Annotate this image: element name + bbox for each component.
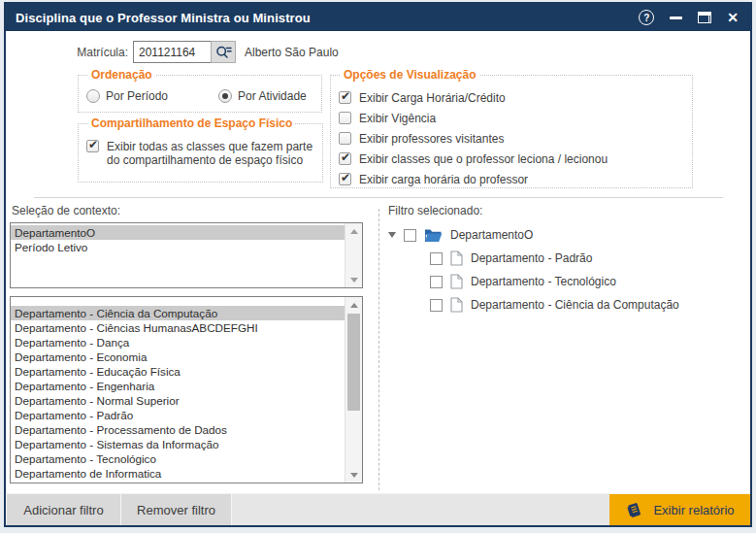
tree-child-checkbox[interactable] bbox=[430, 252, 443, 265]
department-scrollbar[interactable] bbox=[345, 297, 362, 483]
list-item[interactable]: Departamento - Tecnológico bbox=[11, 451, 345, 466]
context-scrollbar[interactable] bbox=[345, 223, 362, 287]
checkbox-label: Exibir Vigência bbox=[359, 112, 436, 125]
list-item[interactable]: Departamento - Ciência da Computação bbox=[11, 306, 345, 320]
list-item[interactable]: Departamento de Informatica bbox=[11, 466, 345, 481]
matricula-label: Matrícula: bbox=[6, 46, 128, 59]
radio-option-selected[interactable]: Por Atividade bbox=[218, 89, 307, 103]
tree-child-label: Departamento - Padrão bbox=[471, 251, 592, 265]
list-item[interactable]: Departamento - Ciências HumanasABCDEFGHI bbox=[11, 320, 345, 335]
tree-children: Departamento - PadrãoDepartamento - Tecn… bbox=[388, 247, 679, 316]
dialog-body: Matrícula: Alberto São Paulo Ordenação P… bbox=[6, 31, 750, 525]
dialog-window: Disciplina que o Professor Ministra ou M… bbox=[4, 2, 752, 527]
tree-child-checkbox[interactable] bbox=[430, 299, 443, 312]
document-icon bbox=[450, 297, 463, 313]
list-item[interactable]: DepartamentoO bbox=[11, 225, 345, 240]
visual-option-row[interactable]: Exibir professores visitantes bbox=[339, 128, 684, 149]
filter-tree: DepartamentoO Departamento - PadrãoDepar… bbox=[388, 223, 679, 316]
radio-icon[interactable] bbox=[218, 89, 232, 103]
titlebar[interactable]: Disciplina que o Professor Ministra ou M… bbox=[6, 4, 750, 31]
compartilhamento-checkbox[interactable] bbox=[86, 140, 99, 152]
list-item[interactable]: Departamento - Educação Física bbox=[11, 364, 345, 379]
checkbox-icon[interactable] bbox=[339, 173, 351, 185]
maximize-glyph bbox=[698, 12, 711, 23]
visual-option-row[interactable]: Exibir classes que o professor leciona /… bbox=[339, 149, 684, 169]
scroll-down-icon[interactable] bbox=[345, 272, 362, 287]
radio-icon[interactable] bbox=[86, 89, 100, 103]
checkbox-icon[interactable] bbox=[339, 91, 351, 104]
exibir-relatorio-button[interactable]: Exibir relatório bbox=[609, 494, 750, 525]
selecao-contexto-label: Seleção de contexto: bbox=[12, 204, 120, 217]
department-listbox[interactable]: Departamento - Ciência da ComputaçãoDepa… bbox=[10, 296, 363, 483]
list-item[interactable]: Departamento - Padrão bbox=[11, 408, 345, 422]
opcoes-legend: Opções de Visualização bbox=[341, 68, 479, 82]
matricula-input[interactable] bbox=[133, 41, 212, 63]
opcoes-checkbox-list: Exibir Carga Horária/CréditoExibir Vigên… bbox=[339, 87, 684, 189]
visual-option-row[interactable]: Exibir Carga Horária/Crédito bbox=[339, 87, 684, 108]
department-list-items: Departamento - Ciência da ComputaçãoDepa… bbox=[11, 297, 345, 483]
minimize-glyph bbox=[670, 17, 682, 19]
checkbox-icon[interactable] bbox=[339, 112, 351, 124]
document-icon bbox=[450, 274, 463, 289]
list-item[interactable]: Departamento - Sistemas da Informação bbox=[11, 437, 345, 451]
matricula-search-button[interactable] bbox=[211, 41, 236, 63]
checkbox-label: Exibir carga horária do professor bbox=[359, 173, 528, 186]
tree-root-checkbox[interactable] bbox=[404, 229, 416, 242]
compartilhamento-checkbox-label: Exibir todas as classes que fazem parte … bbox=[107, 140, 314, 167]
footer-bar: Adicionar filtro Remover filtro bbox=[6, 493, 750, 525]
radio-label: Por Atividade bbox=[238, 89, 307, 103]
list-item[interactable]: Departamento - Economia bbox=[11, 350, 345, 364]
compartilhamento-legend: Compartilhamento de Espaço Físico bbox=[88, 117, 295, 130]
search-list-icon bbox=[215, 45, 232, 60]
folder-open-icon bbox=[424, 228, 443, 243]
horizontal-divider bbox=[34, 197, 723, 198]
list-item[interactable]: Departamento de pesquisa bbox=[11, 481, 345, 483]
scroll-up-icon[interactable] bbox=[345, 297, 362, 313]
tree-child-node[interactable]: Departamento - Padrão bbox=[388, 247, 679, 270]
list-item[interactable]: Departamento - Dança bbox=[11, 335, 345, 350]
list-item[interactable]: Departamento - Engenharia bbox=[11, 379, 345, 393]
window-title: Disciplina que o Professor Ministra ou M… bbox=[16, 11, 639, 25]
minimize-icon[interactable] bbox=[670, 17, 682, 19]
tree-root-node[interactable]: DepartamentoO bbox=[388, 223, 679, 247]
list-item[interactable]: Departamento - Processamento de Dados bbox=[11, 422, 345, 437]
scroll-down-icon[interactable] bbox=[345, 467, 362, 483]
visual-option-row[interactable]: Exibir Vigência bbox=[339, 108, 684, 128]
scrollbar-thumb[interactable] bbox=[347, 314, 360, 411]
checkbox-icon[interactable] bbox=[339, 132, 351, 145]
tree-child-label: Departamento - Tecnológico bbox=[471, 275, 616, 288]
footer-spacer bbox=[232, 494, 609, 525]
person-name: Alberto São Paulo bbox=[245, 46, 339, 59]
tree-child-node[interactable]: Departamento - Ciência da Computação bbox=[388, 293, 679, 316]
checkbox-label: Exibir classes que o professor leciona /… bbox=[359, 152, 608, 166]
close-icon[interactable]: ✕ bbox=[727, 11, 739, 24]
remover-filtro-button[interactable]: Remover filtro bbox=[121, 494, 232, 525]
ordenacao-group: Ordenação Por PeríodoPor Atividade bbox=[78, 68, 322, 113]
list-item[interactable]: Departamento - Normal Superior bbox=[11, 393, 345, 408]
maximize-icon[interactable] bbox=[698, 12, 711, 23]
compartilhamento-checkbox-row[interactable]: Exibir todas as classes que fazem parte … bbox=[86, 140, 314, 167]
radio-option-unselected[interactable]: Por Período bbox=[86, 89, 168, 103]
document-icon bbox=[450, 250, 463, 266]
ordenacao-legend: Ordenação bbox=[88, 68, 155, 82]
filtro-selecionado-label: Filtro selecionado: bbox=[388, 204, 482, 217]
checkbox-label: Exibir professores visitantes bbox=[359, 132, 504, 146]
report-document-icon bbox=[625, 501, 643, 519]
context-listbox[interactable]: DepartamentoOPeríodo Letivo bbox=[10, 222, 363, 288]
list-item[interactable]: Período Letivo bbox=[11, 240, 345, 254]
chevron-down-icon[interactable] bbox=[388, 232, 396, 238]
context-list-items: DepartamentoOPeríodo Letivo bbox=[11, 223, 345, 287]
radio-label: Por Período bbox=[106, 89, 168, 103]
compartilhamento-group: Compartilhamento de Espaço Físico Exibir… bbox=[78, 117, 323, 183]
opcoes-visualizacao-group: Opções de Visualização Exibir Carga Horá… bbox=[330, 68, 693, 188]
tree-child-label: Departamento - Ciência da Computação bbox=[471, 298, 679, 312]
scroll-up-icon[interactable] bbox=[345, 223, 362, 239]
window-controls: ? ✕ bbox=[639, 10, 739, 25]
tree-child-node[interactable]: Departamento - Tecnológico bbox=[388, 270, 679, 293]
visual-option-row[interactable]: Exibir carga horária do professor bbox=[339, 169, 684, 189]
checkbox-icon[interactable] bbox=[339, 152, 351, 165]
tree-child-checkbox[interactable] bbox=[430, 276, 443, 288]
adicionar-filtro-button[interactable]: Adicionar filtro bbox=[6, 494, 121, 525]
tree-root-label: DepartamentoO bbox=[450, 228, 533, 242]
help-icon[interactable]: ? bbox=[639, 10, 654, 25]
